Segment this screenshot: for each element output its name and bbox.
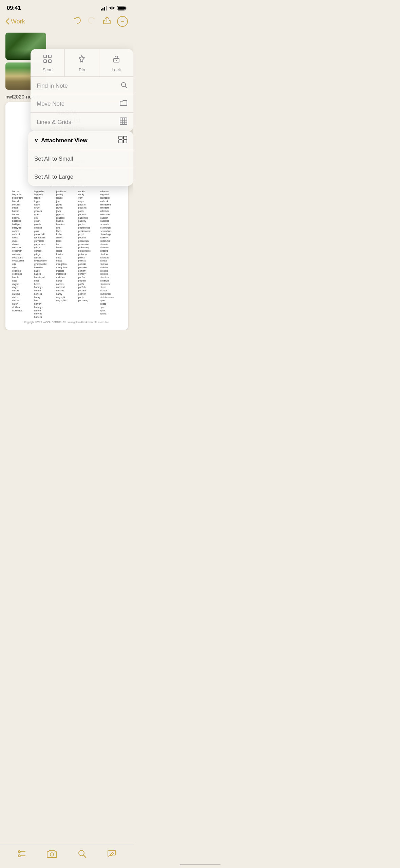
wifi-icon	[109, 6, 115, 11]
svg-point-9	[121, 83, 126, 87]
search-icon	[120, 82, 127, 90]
svg-rect-15	[119, 136, 122, 139]
pin-label: Pin	[79, 67, 85, 72]
redo-button[interactable]	[87, 16, 97, 27]
more-button[interactable]: ···	[117, 16, 128, 27]
svg-rect-18	[123, 140, 127, 143]
status-icons	[101, 6, 127, 11]
status-bar: 09:41	[0, 0, 133, 13]
svg-rect-10	[120, 118, 127, 125]
svg-rect-3	[44, 55, 46, 58]
scan-label: Scan	[42, 67, 53, 72]
top-action-menu: Scan Pin	[31, 49, 133, 131]
dropdown-overlay: Scan Pin	[0, 30, 133, 330]
set-all-large-button[interactable]: Set All to Large	[28, 168, 133, 186]
folder-icon	[120, 100, 127, 108]
attachment-view-icon	[118, 136, 127, 145]
lock-button[interactable]: Lock	[99, 49, 133, 76]
back-label: Work	[11, 18, 25, 25]
pin-icon	[77, 54, 86, 65]
back-button[interactable]: Work	[5, 18, 25, 25]
pin-button[interactable]: Pin	[65, 49, 99, 76]
signal-icon	[101, 6, 107, 11]
svg-rect-4	[49, 55, 51, 58]
find-in-note-label: Find in Note	[37, 83, 68, 89]
attachment-view-header[interactable]: ∨ Attachment View	[28, 131, 133, 150]
svg-point-8	[116, 60, 117, 61]
status-time: 09:41	[7, 5, 21, 12]
undo-button[interactable]	[72, 16, 82, 27]
scan-button[interactable]: Scan	[31, 49, 65, 76]
action-row: Scan Pin	[31, 49, 133, 77]
find-in-note-button[interactable]: Find in Note	[31, 77, 133, 95]
lock-label: Lock	[112, 67, 121, 72]
grid-icon	[120, 117, 127, 127]
svg-rect-17	[123, 136, 127, 139]
nav-bar: Work ···	[0, 13, 133, 30]
chevron-down-icon: ∨	[34, 137, 38, 144]
svg-rect-5	[44, 60, 46, 62]
attachment-view-title: Attachment View	[41, 137, 88, 144]
svg-rect-16	[119, 140, 122, 143]
content-area: nwl2020-new-b NASPAWord List2020 Edition…	[0, 30, 133, 330]
more-icon: ···	[121, 19, 124, 24]
attachment-view-section: ∨ Attachment View Set All to Small Set A…	[28, 131, 133, 186]
share-button[interactable]	[102, 16, 112, 27]
set-all-small-button[interactable]: Set All to Small	[28, 150, 133, 168]
lines-grids-button[interactable]: Lines & Grids	[31, 113, 133, 131]
attachment-header-left: ∨ Attachment View	[34, 137, 88, 144]
nav-actions: ···	[72, 16, 128, 27]
move-note-button[interactable]: Move Note	[31, 95, 133, 113]
svg-rect-6	[49, 60, 51, 62]
lines-grids-label: Lines & Grids	[37, 119, 71, 126]
battery-icon	[117, 6, 127, 11]
lock-icon	[112, 54, 121, 65]
scan-icon	[43, 54, 52, 65]
svg-rect-2	[118, 7, 125, 10]
move-note-label: Move Note	[37, 101, 64, 107]
svg-rect-1	[126, 7, 127, 9]
